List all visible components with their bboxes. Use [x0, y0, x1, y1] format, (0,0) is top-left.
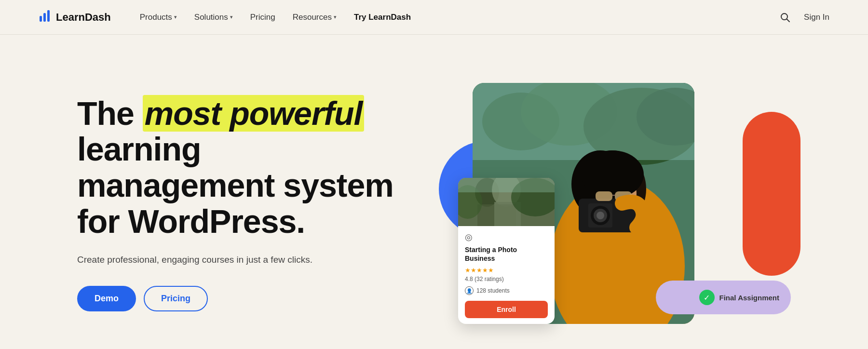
hero-content: The most powerful learning management sy… [77, 95, 405, 312]
hero-title: The most powerful learning management sy… [77, 95, 405, 240]
hero-title-part1: The [77, 95, 143, 132]
nav-links: Products ▾ Solutions ▾ Pricing Resources… [140, 13, 780, 22]
svg-rect-0 [40, 16, 42, 22]
enroll-button[interactable]: Enroll [465, 301, 548, 318]
course-card-image [458, 178, 555, 226]
hero-title-part2: learning management system for WordPress… [77, 131, 393, 240]
nav-products[interactable]: Products ▾ [140, 13, 177, 22]
assignment-pill: ✓ Final Assignment [656, 281, 791, 314]
course-icon: ◎ [465, 232, 548, 242]
logo[interactable]: LearnDash [39, 9, 111, 26]
svg-rect-2 [47, 10, 50, 22]
svg-rect-10 [473, 83, 694, 160]
hero-buttons: Demo Pricing [77, 286, 405, 311]
nav-solutions[interactable]: Solutions ▾ [194, 13, 233, 22]
check-circle-icon: ✓ [699, 290, 715, 305]
svg-line-4 [787, 19, 790, 22]
products-chevron-icon: ▾ [174, 14, 177, 20]
svg-rect-21 [596, 191, 612, 201]
demo-button[interactable]: Demo [77, 286, 136, 311]
course-card-body: ◎ Starting a Photo Business ★★★★★ 4.8 (3… [458, 226, 555, 324]
course-title: Starting a Photo Business [465, 245, 548, 263]
resources-chevron-icon: ▾ [334, 14, 337, 20]
course-students: 👤 128 students [465, 286, 548, 295]
course-card: ◎ Starting a Photo Business ★★★★★ 4.8 (3… [458, 178, 555, 324]
assignment-label: Final Assignment [719, 294, 779, 302]
course-rating: 4.8 (32 ratings) [465, 276, 548, 282]
nav-try-learndash[interactable]: Try LearnDash [354, 13, 411, 22]
hero-section: The most powerful learning management sy… [0, 35, 868, 349]
students-icon: 👤 [465, 286, 474, 295]
navigation: LearnDash Products ▾ Solutions ▾ Pricing… [0, 0, 868, 35]
nav-pricing[interactable]: Pricing [250, 13, 275, 22]
students-count: 128 students [476, 287, 510, 294]
nav-resources[interactable]: Resources ▾ [293, 13, 337, 22]
svg-rect-1 [43, 13, 46, 22]
hero-title-highlight: most powerful [143, 95, 365, 132]
svg-rect-31 [458, 178, 555, 192]
red-blob-decoration [743, 112, 800, 276]
hero-subtitle: Create professional, engaging courses in… [77, 253, 405, 267]
course-stars: ★★★★★ [465, 267, 548, 274]
pricing-button[interactable]: Pricing [144, 286, 208, 311]
svg-point-20 [597, 212, 604, 219]
nav-right: Sign In [780, 12, 829, 23]
logo-text: LearnDash [56, 11, 111, 24]
logo-icon [39, 9, 52, 26]
svg-point-15 [581, 150, 644, 199]
hero-visual: ◎ Starting a Photo Business ★★★★★ 4.8 (3… [434, 64, 829, 343]
signin-link[interactable]: Sign In [804, 13, 829, 22]
solutions-chevron-icon: ▾ [230, 14, 233, 20]
search-button[interactable] [780, 12, 790, 23]
